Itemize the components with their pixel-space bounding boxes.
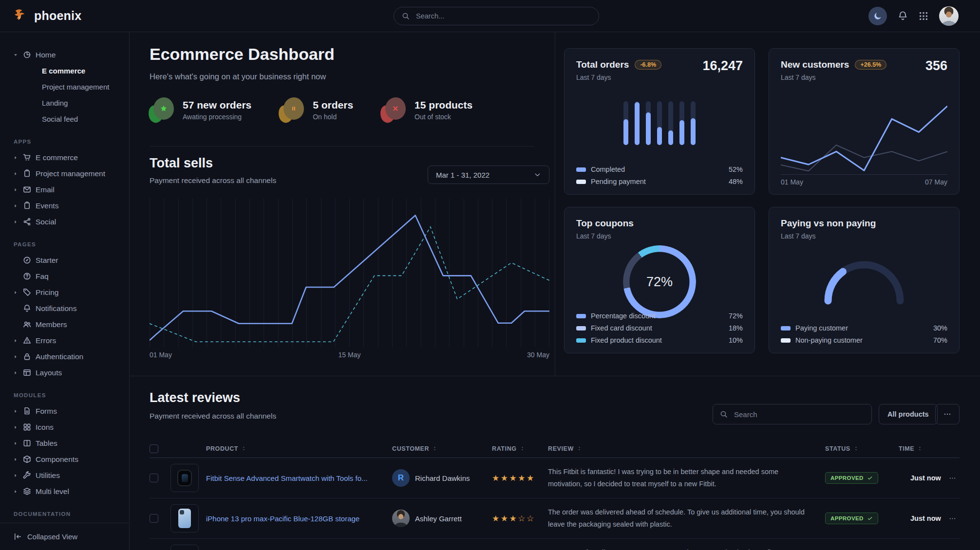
sidebar-section-documentation: DOCUMENTATION xyxy=(14,511,129,517)
page-title: Ecommerce Dashboard xyxy=(150,45,335,64)
sidebar-section-apps: APPS xyxy=(14,139,129,145)
column-customer[interactable]: CUSTOMER xyxy=(392,445,492,452)
product-link[interactable]: Fitbit Sense Advanced Smartwatch with To… xyxy=(206,474,392,482)
paying-card: Paying vs non paying Last 7 days Paying … xyxy=(769,207,960,353)
collapse-view-button[interactable]: Collapsed View xyxy=(0,523,130,550)
new-customers-x-axis: 01 May 07 May xyxy=(781,178,947,186)
column-time[interactable]: TIME xyxy=(899,445,945,452)
reviews-search-input[interactable] xyxy=(733,410,865,419)
sidebar-item-layouts[interactable]: Layouts xyxy=(13,365,129,381)
sidebar-item-starter[interactable]: Starter xyxy=(13,252,129,268)
column-review[interactable]: REVIEW xyxy=(548,445,825,452)
table-row: Fitbit Sense Advanced Smartwatch with To… xyxy=(150,458,960,498)
sidebar-item-multi-level[interactable]: Multi level xyxy=(13,483,129,499)
product-thumbnail-iphone[interactable] xyxy=(170,504,199,532)
order-bar xyxy=(691,101,696,145)
stat-orders-on-hold: 5 orders On hold xyxy=(280,97,353,123)
review-time: Just now xyxy=(899,474,945,482)
wrench-icon xyxy=(23,471,31,479)
search-icon xyxy=(402,12,410,20)
row-checkbox[interactable] xyxy=(150,474,158,482)
sort-icon[interactable] xyxy=(577,446,582,451)
pause-icon xyxy=(280,97,304,123)
profile-avatar[interactable] xyxy=(939,6,959,26)
table-header-row: PRODUCT CUSTOMER RATING REVIEW STATUS TI… xyxy=(150,440,960,458)
phoenix-logo-icon xyxy=(14,8,29,24)
app-launcher-button[interactable] xyxy=(919,11,928,21)
sidebar-item-components[interactable]: Components xyxy=(13,451,129,467)
star-icon xyxy=(150,97,174,123)
warning-triangle-icon xyxy=(23,336,31,345)
sidebar-item-email[interactable]: Email xyxy=(13,182,129,198)
product-thumbnail-smartwatch[interactable] xyxy=(170,464,199,492)
sidebar-item-social[interactable]: Social xyxy=(13,214,129,230)
customer-avatar[interactable]: R xyxy=(392,469,410,487)
sidebar-item-errors[interactable]: Errors xyxy=(13,332,129,348)
trend-badge: +26.5% xyxy=(855,60,886,70)
sidebar-item-utilities[interactable]: Utilities xyxy=(13,467,129,483)
latest-reviews-title: Latest reviews xyxy=(150,390,240,405)
all-products-button[interactable]: All products xyxy=(879,404,938,424)
sidebar-item-landing[interactable]: Landing xyxy=(13,95,129,111)
legend-paying-customer: Paying customer 30% xyxy=(781,324,947,332)
caret-right-icon xyxy=(13,457,19,462)
sidebar-item-tables[interactable]: Tables xyxy=(13,435,129,451)
caret-right-icon xyxy=(13,440,19,446)
latest-reviews-subtitle: Payment received across all channels xyxy=(150,412,276,421)
sidebar-item-project-management-app[interactable]: Project management xyxy=(13,165,129,182)
columns-icon xyxy=(23,439,31,447)
sidebar-item-home[interactable]: Home xyxy=(13,47,129,63)
sidebar-item-members[interactable]: Members xyxy=(13,316,129,332)
global-search-input[interactable] xyxy=(415,12,591,20)
notifications-button[interactable] xyxy=(898,11,908,21)
order-bar xyxy=(635,101,640,145)
order-bar xyxy=(657,101,662,145)
row-checkbox[interactable] xyxy=(150,514,158,523)
sidebar-item-forms[interactable]: Forms xyxy=(13,403,129,419)
sort-icon[interactable] xyxy=(520,446,525,451)
legend-completed: Completed 52% xyxy=(576,165,743,173)
sidebar-item-pricing[interactable]: Pricing xyxy=(13,284,129,300)
sidebar-item-social-feed[interactable]: Social feed xyxy=(13,111,129,127)
sidebar-item-icons[interactable]: Icons xyxy=(13,419,129,435)
bell-icon xyxy=(898,11,908,21)
product-link[interactable]: iPhone 13 pro max-Pacific Blue-128GB sto… xyxy=(206,514,392,523)
sidebar-item-authentication[interactable]: Authentication xyxy=(13,348,129,365)
tag-icon xyxy=(23,288,31,296)
status-badge: APPROVED xyxy=(825,472,878,484)
caret-down-icon xyxy=(13,52,19,58)
sort-icon[interactable] xyxy=(917,446,923,451)
customer-avatar[interactable] xyxy=(392,510,410,527)
date-range-select[interactable]: Mar 1 - 31, 2022 xyxy=(428,165,549,184)
column-product[interactable]: PRODUCT xyxy=(206,445,392,452)
sidebar-item-faq[interactable]: Faq xyxy=(13,268,129,284)
sort-icon[interactable] xyxy=(853,446,859,451)
sort-icon[interactable] xyxy=(432,446,437,451)
column-rating[interactable]: RATING xyxy=(492,445,548,452)
theme-toggle-button[interactable] xyxy=(868,7,887,25)
reviews-more-button[interactable] xyxy=(935,404,960,424)
sidebar-item-events[interactable]: Events xyxy=(13,198,129,214)
box-icon xyxy=(23,455,31,463)
row-actions-button[interactable] xyxy=(945,475,960,482)
caret-right-icon xyxy=(13,219,19,225)
total-sells-chart xyxy=(150,199,549,347)
rating-stars: ★★★☆☆ xyxy=(492,513,548,524)
clipboard-icon xyxy=(23,202,31,210)
product-thumbnail-tablet[interactable] xyxy=(170,545,199,550)
bell-icon xyxy=(23,304,31,312)
header-divider xyxy=(150,146,534,147)
sidebar-item-project-management[interactable]: Project management xyxy=(13,79,129,95)
order-bar xyxy=(646,101,651,145)
total-orders-card: Total orders -6.8% 16,247 Last 7 days Co… xyxy=(564,48,755,195)
brand[interactable]: phoenix xyxy=(14,8,81,24)
new-customers-secondary-series xyxy=(781,145,947,171)
sort-icon[interactable] xyxy=(241,446,246,451)
row-actions-button[interactable] xyxy=(945,515,960,522)
select-all-checkbox[interactable] xyxy=(150,444,158,453)
order-stats: 57 new orders Awating processing 5 order… xyxy=(150,97,472,123)
sidebar-item-ecommerce-app[interactable]: E commerce xyxy=(13,149,129,165)
sidebar-item-ecommerce[interactable]: E commerce xyxy=(13,63,129,79)
column-status[interactable]: STATUS xyxy=(825,445,899,452)
sidebar-item-notifications[interactable]: Notifications xyxy=(13,300,129,316)
